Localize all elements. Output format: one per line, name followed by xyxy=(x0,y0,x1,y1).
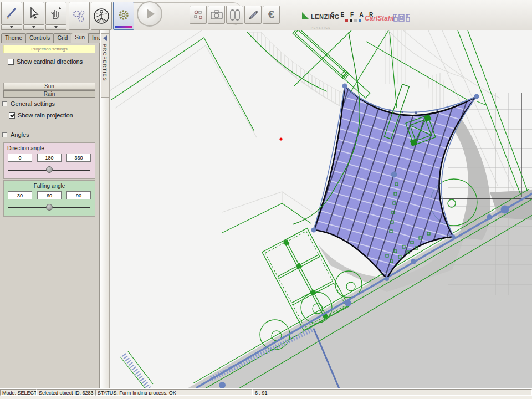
boxy-wordmark-icon xyxy=(392,13,410,22)
feather-pen-button[interactable] xyxy=(244,6,262,24)
direction-angle-value-input[interactable] xyxy=(37,154,62,162)
euro-icon: € xyxy=(268,8,274,21)
currency-euro-button[interactable]: € xyxy=(263,6,280,24)
rain-projection-checkbox[interactable] xyxy=(9,112,15,119)
rain-projection-label: Show rain projection xyxy=(18,112,73,119)
status-bar: Mode: SELECT Selected object-ID: 6283 ST… xyxy=(0,388,532,396)
collapse-minus-icon[interactable] xyxy=(2,132,7,137)
collapse-minus-icon[interactable] xyxy=(2,101,7,106)
panel-tab-bar: Theme Controls Grid Sun Images xyxy=(1,33,114,44)
cardinal-directions-checkbox[interactable] xyxy=(8,59,14,65)
direction-angle-group: Direction angle xyxy=(3,142,95,179)
application-window: € LENZING PLASTICS S E F A R CarlStahl’ xyxy=(0,0,532,399)
falling-angle-slider[interactable] xyxy=(8,203,90,213)
collapse-left-arrow-icon[interactable] xyxy=(103,35,108,40)
properties-panel: Theme Controls Grid Sun Images Projectio… xyxy=(0,30,100,388)
mechanism-gears-button[interactable] xyxy=(69,2,90,30)
status-mode: Mode: SELECT xyxy=(0,389,37,396)
feather-icon xyxy=(247,8,260,22)
column-hatch xyxy=(384,30,407,84)
general-settings-section[interactable]: General settings xyxy=(2,100,55,107)
direction-angle-slider[interactable] xyxy=(8,165,90,175)
falling-angle-max-input[interactable] xyxy=(66,191,91,200)
falling-angle-value-input[interactable] xyxy=(37,191,62,200)
gear-icon xyxy=(116,9,131,23)
rain-mode-button[interactable]: Rain xyxy=(3,90,95,98)
sefar-squares xyxy=(345,19,361,22)
camera-icon xyxy=(210,8,223,22)
window-bottom-edge xyxy=(0,396,532,399)
cad-scene xyxy=(110,30,532,388)
sun-mode-button[interactable]: Sun xyxy=(3,83,95,90)
play-icon xyxy=(147,9,155,19)
camera-button[interactable] xyxy=(208,6,225,24)
status-selected-object: Selected object-ID: 6283 xyxy=(37,389,95,396)
cursor-icon xyxy=(27,7,40,20)
cardinal-directions-label: Show cardinal directions xyxy=(17,58,83,65)
chevron-down-icon xyxy=(10,26,13,28)
lenzing-triangle-icon xyxy=(302,12,309,19)
properties-vertical-label: PROPERTIES xyxy=(102,44,108,81)
tab-theme[interactable]: Theme xyxy=(1,33,26,43)
direction-angle-min-input[interactable] xyxy=(8,154,32,162)
gear-gradient-bar xyxy=(115,26,132,28)
falling-angle-min-input[interactable] xyxy=(8,191,32,200)
cad-viewport[interactable] xyxy=(109,30,532,388)
properties-collapse-tab[interactable]: PROPERTIES xyxy=(101,33,109,98)
slider-thumb[interactable] xyxy=(46,204,53,211)
cursor-dropdown[interactable] xyxy=(23,25,44,30)
node-cluster-button[interactable] xyxy=(190,6,207,24)
show-rain-projection-row[interactable]: Show rain projection xyxy=(9,112,73,119)
red-marker-dot xyxy=(279,137,282,140)
angles-label: Angles xyxy=(11,131,29,138)
stylized-wordmark-logo xyxy=(392,13,410,22)
nodes-icon xyxy=(192,9,204,21)
angles-section[interactable]: Angles xyxy=(2,131,29,138)
play-button[interactable] xyxy=(137,1,162,27)
human-model-button[interactable] xyxy=(91,2,112,30)
falling-angle-label: Falling angle xyxy=(4,181,95,190)
carlstahl-logo: CarlStahl’ xyxy=(365,14,396,22)
hand-icon xyxy=(49,6,63,21)
chevron-down-icon xyxy=(54,26,58,28)
chevron-down-icon xyxy=(32,26,35,28)
carlstahl-text: CarlStahl’ xyxy=(365,14,396,22)
projection-settings-banner: Projection settings xyxy=(3,45,95,53)
show-cardinal-directions-row[interactable]: Show cardinal directions xyxy=(8,58,83,65)
tab-grid[interactable]: Grid xyxy=(53,33,71,43)
draw-pencil-button[interactable] xyxy=(1,2,22,25)
vitruvian-man-icon xyxy=(93,7,110,25)
direction-angle-max-input[interactable] xyxy=(66,154,91,162)
status-process: STATUS: Form-finding process: OK xyxy=(95,389,253,396)
main-toolbar: € LENZING PLASTICS S E F A R CarlStahl’ xyxy=(0,0,532,30)
lenzing-subtext: PLASTICS xyxy=(311,26,331,29)
direction-angle-label: Direction angle xyxy=(4,143,95,152)
pencil-dropdown[interactable] xyxy=(1,25,22,30)
general-settings-label: General settings xyxy=(11,100,55,107)
pencil-icon xyxy=(4,6,19,21)
select-cursor-button[interactable] xyxy=(23,2,44,25)
binoculars-icon xyxy=(228,8,242,22)
settings-gear-button[interactable] xyxy=(113,2,134,30)
tab-controls[interactable]: Controls xyxy=(25,33,54,43)
pan-hand-button[interactable] xyxy=(45,2,66,25)
binoculars-button[interactable] xyxy=(226,6,243,24)
gears-icon xyxy=(71,8,87,24)
tab-sun[interactable]: Sun xyxy=(71,33,89,43)
status-ratio: 6 : 91 xyxy=(253,389,532,396)
hand-dropdown[interactable] xyxy=(45,25,66,30)
slider-thumb[interactable] xyxy=(46,166,53,173)
falling-angle-group: Falling angle xyxy=(3,180,95,217)
